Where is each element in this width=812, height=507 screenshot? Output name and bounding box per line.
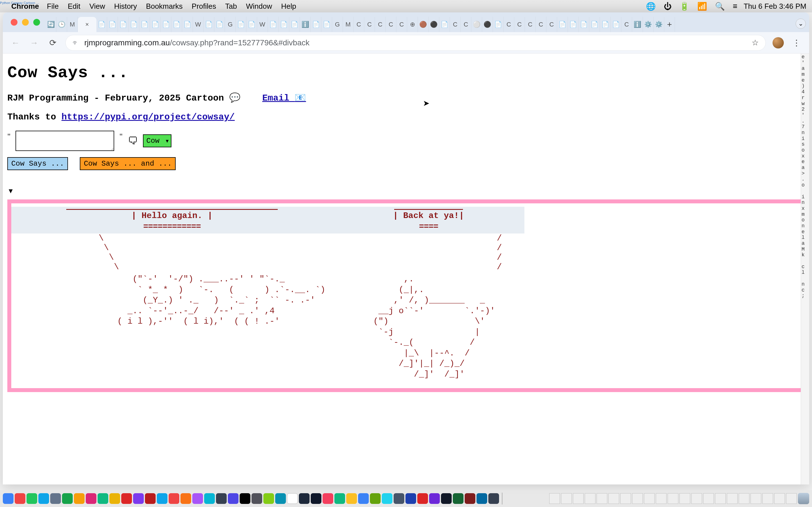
dock-app-icon[interactable] <box>346 493 357 504</box>
tab-item[interactable]: 📄 <box>236 17 246 32</box>
dock-minimized-window[interactable] <box>549 493 560 504</box>
wifi-icon[interactable]: 📶 <box>697 2 707 11</box>
tab-item[interactable]: 📄 <box>214 17 225 32</box>
dock-app-icon[interactable] <box>405 493 416 504</box>
dock-app-icon[interactable] <box>204 493 215 504</box>
tab-item[interactable]: G <box>225 17 236 32</box>
dock-app-icon[interactable] <box>86 493 96 504</box>
tab-item[interactable]: 📄 <box>311 17 321 32</box>
tab-item[interactable]: 📄 <box>182 17 193 32</box>
dock-minimized-window[interactable] <box>691 493 702 504</box>
speech-icon[interactable]: 🗨 <box>128 135 138 147</box>
menu-tab[interactable]: Tab <box>225 2 237 11</box>
dock-minimized-window[interactable] <box>774 493 785 504</box>
email-link[interactable]: Email 📧 <box>262 93 306 103</box>
zoom-window-button[interactable] <box>33 19 40 25</box>
dock-app-icon[interactable] <box>488 493 499 504</box>
dock-app-icon[interactable] <box>441 493 452 504</box>
dock-app-icon[interactable] <box>98 493 108 504</box>
cowsay-pypi-link[interactable]: https://pypi.org/project/cowsay/ <box>61 112 235 122</box>
bookmark-star-icon[interactable]: ☆ <box>752 38 759 47</box>
tab-item[interactable]: C <box>621 17 632 32</box>
tab-item[interactable]: M <box>343 17 354 32</box>
dock-minimized-window[interactable] <box>656 493 666 504</box>
cow-says-button[interactable]: Cow Says ... <box>7 157 68 170</box>
dock-minimized-window[interactable] <box>751 493 761 504</box>
tab-item[interactable]: ⚙️ <box>643 17 654 32</box>
dock-app-icon[interactable] <box>263 493 274 504</box>
tab-item[interactable]: 📄 <box>139 17 150 32</box>
dock-app-icon[interactable] <box>133 493 144 504</box>
dock-app-icon[interactable] <box>192 493 203 504</box>
tab-item[interactable]: 📄 <box>578 17 589 32</box>
dock-app-icon[interactable] <box>322 493 333 504</box>
cow-says-and-button[interactable]: Cow Says ... and ... <box>80 157 175 170</box>
dock-app-icon[interactable] <box>27 493 37 504</box>
menu-edit[interactable]: Edit <box>68 2 80 11</box>
tab-item[interactable]: ℹ️ <box>632 17 643 32</box>
dock-minimized-window[interactable] <box>585 493 596 504</box>
menu-file[interactable]: File <box>47 2 59 11</box>
tab-item[interactable]: 📄 <box>289 17 300 32</box>
tab-item[interactable]: 📄 <box>439 17 450 32</box>
dock-finder-icon[interactable] <box>3 493 13 504</box>
tab-item[interactable]: 📄 <box>96 17 107 32</box>
dock-minimized-window[interactable] <box>786 493 797 504</box>
menu-help[interactable]: Help <box>281 2 296 11</box>
forward-button[interactable]: → <box>28 37 40 49</box>
battery-icon[interactable]: 🔋 <box>679 2 689 11</box>
dock-app-icon[interactable] <box>168 493 179 504</box>
tab-item[interactable]: 📄 <box>611 17 621 32</box>
dock-minimized-window[interactable] <box>644 493 655 504</box>
tab-item[interactable]: 📄 <box>129 17 139 32</box>
character-select[interactable]: Cow <box>143 134 171 147</box>
dock-minimized-window[interactable] <box>762 493 773 504</box>
tab-item[interactable]: 📄 <box>268 17 278 32</box>
dock-minimized-window[interactable] <box>632 493 643 504</box>
tab-item[interactable]: 🟤 <box>418 17 428 32</box>
dock-app-icon[interactable] <box>465 493 475 504</box>
reload-button[interactable]: ⟳ <box>47 37 59 49</box>
input-icon[interactable]: 🌐 <box>646 2 656 11</box>
dock-app-icon[interactable] <box>311 493 321 504</box>
dock-app-icon[interactable] <box>252 493 262 504</box>
dock-minimized-window[interactable] <box>561 493 572 504</box>
tab-item[interactable]: ⚙️ <box>654 17 664 32</box>
message-textarea[interactable] <box>15 131 114 151</box>
dock-app-icon[interactable] <box>157 493 167 504</box>
tab-item[interactable]: C <box>525 17 536 32</box>
dock-app-icon[interactable] <box>228 493 239 504</box>
dock-minimized-window[interactable] <box>597 493 607 504</box>
dock-minimized-window[interactable] <box>679 493 690 504</box>
tab-item[interactable]: C <box>504 17 514 32</box>
dock-app-icon[interactable] <box>476 493 487 504</box>
chrome-menu-button[interactable]: ⋮ <box>791 37 802 49</box>
tab-item[interactable]: W <box>257 17 268 32</box>
tab-pinned[interactable]: 🔄 <box>46 17 56 32</box>
dock-app-icon[interactable] <box>394 493 404 504</box>
dock-app-icon[interactable] <box>145 493 156 504</box>
dock-app-icon[interactable] <box>299 493 310 504</box>
site-info-icon[interactable]: ᯤ <box>72 39 79 47</box>
tab-item[interactable]: C <box>354 17 364 32</box>
dock-app-icon[interactable] <box>453 493 463 504</box>
back-button[interactable]: ← <box>10 37 21 49</box>
tab-item[interactable]: C <box>386 17 396 32</box>
dock-app-icon[interactable] <box>74 493 85 504</box>
dock-app-icon[interactable] <box>240 493 250 504</box>
dock-minimized-window[interactable] <box>573 493 583 504</box>
speech-bubble-icon[interactable]: 💬 <box>229 93 241 103</box>
dock-app-icon[interactable] <box>382 493 393 504</box>
tab-item[interactable]: 📄 <box>321 17 332 32</box>
menu-view[interactable]: View <box>89 2 105 11</box>
dock-app-icon[interactable] <box>15 493 26 504</box>
dock-minimized-window[interactable] <box>620 493 631 504</box>
dock-app-icon[interactable] <box>417 493 428 504</box>
close-window-button[interactable] <box>11 19 17 25</box>
tab-item[interactable]: C <box>364 17 375 32</box>
tab-active[interactable]: × <box>78 17 96 32</box>
menu-profiles[interactable]: Profiles <box>192 2 216 11</box>
menu-window[interactable]: Window <box>246 2 272 11</box>
tab-pinned[interactable]: M <box>67 17 78 32</box>
dock-minimized-window[interactable] <box>668 493 678 504</box>
